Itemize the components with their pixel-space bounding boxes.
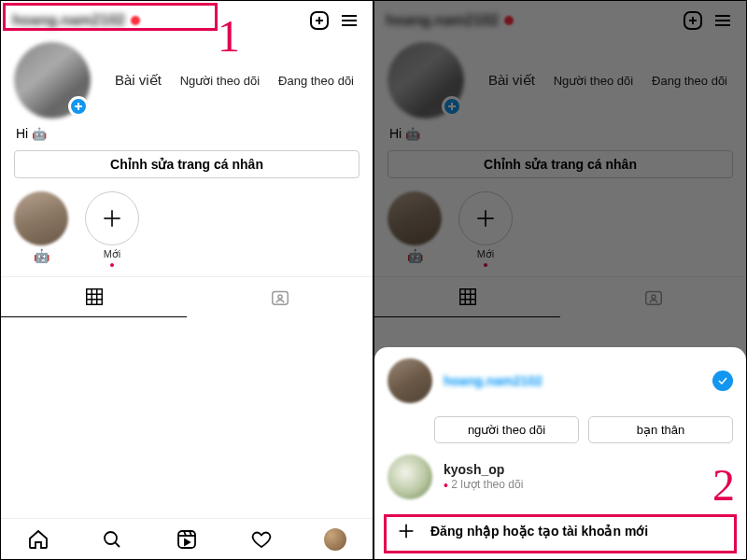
account-option-pills: người theo dõi bạn thân (388, 413, 733, 445)
stat-posts[interactable]: Bài viết (488, 72, 535, 89)
profile-bio: Hi 🤖 (374, 119, 746, 145)
svg-line-18 (116, 542, 120, 547)
svg-point-39 (651, 294, 655, 298)
profile-stats: Bài viết Người theo dõi Đang theo dõi (483, 72, 733, 89)
add-account-label: Đăng nhập hoặc tạo tài khoản mới (430, 524, 648, 539)
username-dropdown[interactable]: hoang.nam2102 (386, 12, 499, 29)
stat-followers[interactable]: Người theo dõi (180, 74, 260, 88)
account-row-current[interactable]: hoang.nam2102 (388, 358, 733, 403)
profile-header: hoang.nam2102 (1, 1, 373, 36)
profile-screen-left: 1 hoang.nam2102 Bài viết Người theo dõi … (0, 0, 374, 560)
bio-emoji-icon: 🤖 (32, 126, 47, 141)
profile-stats: Bài viết Người theo dõi Đang theo dõi (109, 72, 359, 89)
tab-tagged[interactable] (560, 277, 746, 317)
add-account-row[interactable]: Đăng nhập hoặc tạo tài khoản mới (388, 509, 733, 550)
bio-text: Hi (389, 126, 402, 141)
account-row-other[interactable]: kyosh_op • 2 lượt theo dõi (388, 455, 733, 499)
menu-button[interactable] (337, 8, 361, 33)
create-button[interactable] (681, 8, 705, 33)
profile-bio: Hi 🤖 (1, 119, 373, 145)
menu-button[interactable] (711, 8, 735, 33)
bio-emoji-icon: 🤖 (405, 126, 420, 141)
nav-profile[interactable] (298, 519, 373, 559)
profile-screen-right: hoang.nam2102 Bài viết Người theo dõi Đa… (374, 0, 747, 560)
bio-text: Hi (16, 126, 28, 141)
story-highlights: 🤖 Mới (1, 184, 373, 271)
stat-following[interactable]: Đang theo dõi (652, 74, 727, 88)
highlight-dot-icon (110, 263, 114, 267)
highlight-dot-icon (484, 263, 487, 267)
account-name: hoang.nam2102 (444, 373, 543, 388)
svg-rect-19 (178, 531, 195, 548)
account-avatar-icon (388, 455, 432, 499)
highlight-item-1[interactable]: 🤖 (14, 191, 68, 267)
stat-following[interactable]: Đang theo dõi (278, 74, 354, 88)
notification-dot (131, 16, 140, 25)
svg-rect-10 (86, 289, 102, 305)
svg-point-17 (105, 532, 117, 544)
highlight-emoji-icon: 🤖 (407, 248, 423, 263)
step1-number: 1 (218, 10, 240, 62)
add-story-icon[interactable] (442, 96, 462, 117)
story-highlights: 🤖 Mới (374, 184, 746, 271)
svg-point-16 (277, 294, 281, 298)
pill-followers[interactable]: người theo dõi (434, 416, 579, 443)
account-follow-count: • 2 lượt theo dõi (444, 478, 523, 493)
tab-tagged[interactable] (187, 277, 373, 317)
nav-avatar-icon (324, 528, 346, 551)
nav-activity[interactable] (224, 519, 299, 559)
add-story-icon[interactable] (68, 96, 89, 117)
profile-post-tabs (374, 276, 746, 317)
highlight-item-1[interactable]: 🤖 (388, 191, 442, 267)
selected-check-icon (712, 371, 733, 391)
highlight-new-label: Mới (477, 248, 495, 260)
account-avatar-icon (388, 358, 432, 403)
create-button[interactable] (307, 8, 331, 33)
nav-home[interactable] (1, 519, 76, 559)
plus-icon (395, 520, 417, 542)
bottom-nav (1, 518, 373, 559)
username-dropdown[interactable]: hoang.nam2102 (12, 12, 125, 29)
account-name: kyosh_op (444, 462, 523, 477)
nav-search[interactable] (76, 519, 150, 559)
edit-profile-button[interactable]: Chỉnh sửa trang cá nhân (14, 150, 359, 178)
stat-followers[interactable]: Người theo dõi (554, 74, 633, 88)
svg-rect-33 (459, 289, 475, 305)
profile-avatar[interactable] (388, 42, 464, 119)
profile-post-tabs (1, 276, 373, 317)
profile-header: hoang.nam2102 (374, 1, 746, 36)
highlight-new-label: Mới (104, 248, 121, 260)
step2-number: 2 (712, 459, 735, 511)
pill-close-friends[interactable]: bạn thân (588, 416, 733, 443)
highlight-emoji-icon: 🤖 (34, 248, 49, 263)
highlight-new[interactable]: Mới (458, 191, 513, 267)
tab-grid[interactable] (1, 277, 187, 317)
posts-grid-empty (1, 317, 373, 518)
notification-dot (504, 16, 514, 25)
stat-posts[interactable]: Bài viết (115, 72, 162, 89)
profile-info-row: Bài viết Người theo dõi Đang theo dõi (374, 36, 746, 119)
edit-profile-button[interactable]: Chỉnh sửa trang cá nhân (388, 150, 733, 178)
tab-grid[interactable] (374, 277, 560, 317)
highlight-new[interactable]: Mới (85, 191, 139, 267)
profile-info-row: Bài viết Người theo dõi Đang theo dõi (1, 36, 373, 119)
nav-reels[interactable] (149, 519, 224, 559)
account-switcher-sheet: hoang.nam2102 người theo dõi bạn thân ky… (374, 347, 746, 559)
profile-avatar[interactable] (14, 42, 91, 119)
